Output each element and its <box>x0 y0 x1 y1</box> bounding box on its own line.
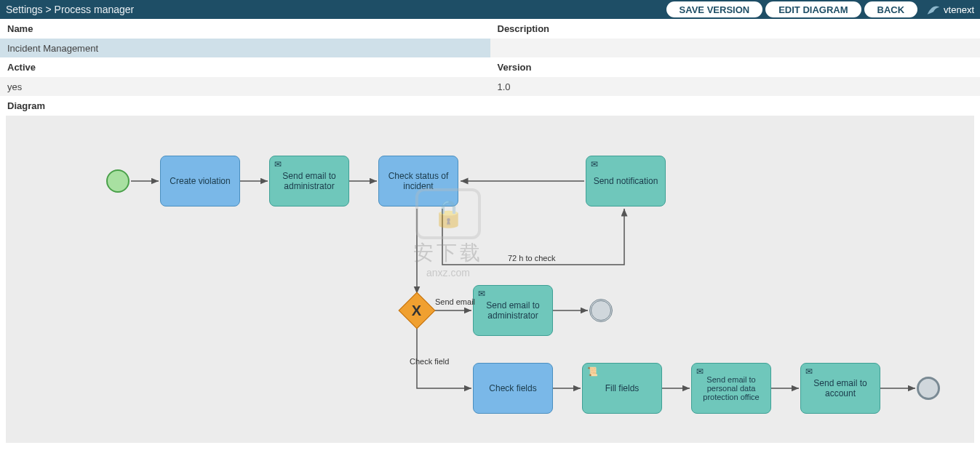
active-label: Active <box>0 57 490 77</box>
back-button[interactable]: BACK <box>864 1 918 17</box>
watermark-cn: 安下载 <box>413 239 483 267</box>
version-value[interactable]: 1.0 <box>490 77 981 96</box>
diagram-label: Diagram <box>0 96 980 116</box>
version-label: Version <box>490 57 981 77</box>
task-send-admin-2[interactable]: ✉ Send email to administrator <box>473 285 553 336</box>
task-check-fields[interactable]: Check fields <box>473 363 553 414</box>
end-event-1[interactable] <box>589 299 613 322</box>
active-value[interactable]: yes <box>0 77 490 96</box>
task-send-account[interactable]: ✉ Send email to account <box>800 363 880 414</box>
task-label: Create violation <box>170 176 230 186</box>
meta-panel: Name Description Incident Management Act… <box>0 19 980 96</box>
task-fill-fields[interactable]: 📜 Fill fields <box>582 363 662 414</box>
edge-label-timer: 72 h to check <box>508 254 555 262</box>
task-label: Send email to administrator <box>273 171 346 191</box>
brand-logo: vtenext <box>926 2 974 17</box>
task-send-notification[interactable]: ✉ Send notification <box>586 156 666 207</box>
edge-label-check-field: Check field <box>410 357 449 366</box>
task-send-admin-1[interactable]: ✉ Send email to administrator <box>269 156 349 207</box>
brand-text: vtenext <box>944 4 974 15</box>
task-label: Check fields <box>489 383 536 393</box>
task-label: Send email to administrator <box>477 300 549 321</box>
exclusive-gateway[interactable]: X <box>399 292 436 329</box>
description-value[interactable] <box>490 39 981 57</box>
script-icon: 📜 <box>587 366 598 377</box>
name-label: Name <box>0 19 490 39</box>
envelope-icon: ✉ <box>591 159 598 169</box>
envelope-icon: ✉ <box>805 366 813 377</box>
task-label: Send email to personal data protection o… <box>695 375 768 401</box>
task-send-dpo[interactable]: ✉ Send email to personal data protection… <box>691 363 771 414</box>
topbar: Settings > Process manager SAVE VERSION … <box>0 0 980 19</box>
start-event[interactable] <box>106 169 130 193</box>
description-label: Description <box>490 19 981 39</box>
envelope-icon: ✉ <box>696 366 704 377</box>
task-create-violation[interactable]: Create violation <box>160 156 240 207</box>
envelope-icon: ✉ <box>478 289 485 299</box>
save-version-button[interactable]: SAVE VERSION <box>666 1 763 17</box>
gateway-symbol: X <box>412 302 421 319</box>
breadcrumb: Settings > Process manager <box>6 4 134 15</box>
edge-label-send-email: Send email <box>435 297 475 306</box>
task-check-status[interactable]: Check status of incident <box>378 156 458 207</box>
edit-diagram-button[interactable]: EDIT DIAGRAM <box>765 1 861 17</box>
task-label: Fill fields <box>605 383 640 393</box>
name-value[interactable]: Incident Management <box>0 39 490 57</box>
task-label: Check status of incident <box>382 171 455 191</box>
task-label: Send notification <box>594 176 658 186</box>
bird-icon <box>926 2 941 17</box>
task-label: Send email to account <box>804 378 877 398</box>
end-event-2[interactable] <box>917 377 940 400</box>
diagram-canvas[interactable]: Create violation ✉ Send email to adminis… <box>6 116 974 443</box>
topbar-actions: SAVE VERSION EDIT DIAGRAM BACK vtenext <box>666 0 974 19</box>
envelope-icon: ✉ <box>274 159 282 169</box>
watermark-domain: anxz.com <box>426 267 470 278</box>
